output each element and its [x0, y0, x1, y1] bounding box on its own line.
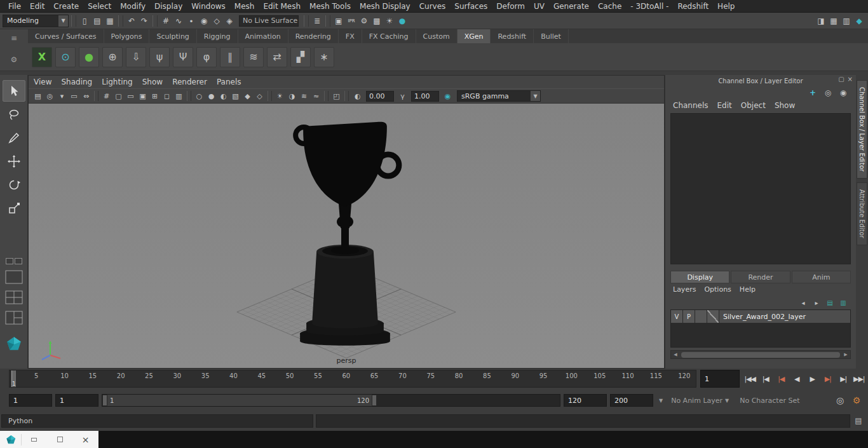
- xgen-groomable-preset-icon[interactable]: ∗: [314, 47, 334, 67]
- layer-editor-tab[interactable]: Display: [670, 271, 729, 283]
- menu-set-selector[interactable]: Modeling ▼: [3, 15, 69, 27]
- screen-space-ao-icon[interactable]: ≋: [298, 90, 310, 102]
- window-restore-icon[interactable]: [21, 431, 47, 448]
- layer-editor-menu-item[interactable]: Options: [704, 285, 731, 294]
- panel-menu-item[interactable]: Panels: [217, 77, 247, 87]
- menu-item[interactable]: - 3DtoAll -: [626, 1, 673, 12]
- menu-item[interactable]: Help: [713, 1, 739, 12]
- section-divider[interactable]: [118, 15, 123, 27]
- bookmarks-icon[interactable]: ▾: [56, 90, 68, 102]
- panel-menu-item[interactable]: View: [34, 77, 57, 87]
- exposure-icon[interactable]: ◐: [351, 90, 363, 102]
- playback-range-bar[interactable]: 1 120: [102, 395, 377, 406]
- shelf-tab[interactable]: Rendering: [288, 29, 339, 43]
- construction-history-icon[interactable]: ≣: [311, 15, 323, 27]
- layout-four-pane-button[interactable]: [4, 290, 24, 305]
- shelf-gear-icon[interactable]: ⚙: [8, 53, 20, 66]
- gamma-icon[interactable]: γ: [397, 90, 409, 102]
- xgen-description-editor-icon[interactable]: ⊙: [55, 47, 76, 67]
- channel-box-menu-item[interactable]: Object: [741, 101, 766, 110]
- command-language-toggle[interactable]: Python: [8, 417, 32, 425]
- move-tool-icon[interactable]: [3, 151, 25, 172]
- live-surface-field[interactable]: No Live Surface: [239, 15, 299, 27]
- menu-item[interactable]: Surfaces: [450, 1, 492, 12]
- sidebar-toggle-icon[interactable]: ◨: [815, 15, 827, 27]
- textured-icon[interactable]: ▧: [229, 90, 241, 102]
- view-transform-dropdown[interactable]: sRGB gamma ▼: [457, 90, 541, 102]
- menu-item[interactable]: Display: [150, 1, 187, 12]
- isolate-select-icon[interactable]: ◰: [330, 90, 342, 102]
- channel-box-menu-item[interactable]: Channels: [673, 101, 709, 110]
- shelf-tab[interactable]: FX Caching: [362, 29, 416, 43]
- command-line-result[interactable]: [316, 414, 850, 428]
- ipr-render-icon[interactable]: IPR: [345, 15, 358, 27]
- menu-item[interactable]: Edit Mesh: [259, 1, 305, 12]
- use-default-material-icon[interactable]: ◆: [241, 90, 254, 102]
- redo-icon[interactable]: ↷: [138, 15, 151, 27]
- snap-to-view-plane-icon[interactable]: ◇: [210, 15, 223, 27]
- menu-item[interactable]: Edit: [25, 1, 49, 12]
- film-gate-icon[interactable]: ▢: [112, 90, 125, 102]
- shelf-tab[interactable]: Rigging: [197, 29, 238, 43]
- create-empty-layer-icon[interactable]: ▤: [825, 297, 835, 308]
- xgen-add-guides-icon[interactable]: ⊕: [102, 47, 123, 67]
- shelf-tab[interactable]: Redshift: [491, 29, 534, 43]
- layout-shortcut-pair[interactable]: [6, 258, 22, 264]
- menu-item[interactable]: Mesh Tools: [305, 1, 355, 12]
- animation-start-field[interactable]: 1: [9, 394, 52, 407]
- show-manipulators-icon[interactable]: +: [808, 88, 818, 98]
- animation-end-field[interactable]: 200: [610, 394, 653, 407]
- shelf-tab[interactable]: Bullet: [534, 29, 569, 43]
- xgen-guide-utilities-icon[interactable]: φ: [196, 47, 217, 67]
- menu-item[interactable]: Curves: [415, 1, 451, 12]
- 2d-pan-zoom-icon[interactable]: ⇔: [80, 90, 92, 102]
- sidebar-vertical-tab[interactable]: Attribute Editor: [857, 182, 867, 245]
- render-settings-icon[interactable]: ⚙: [358, 15, 370, 27]
- divider[interactable]: [268, 91, 272, 101]
- layer-display-type-toggle[interactable]: [695, 310, 707, 323]
- exposure-field[interactable]: 0.00: [366, 91, 394, 102]
- layer-editor-menu-item[interactable]: Layers: [673, 285, 696, 294]
- divider[interactable]: [187, 91, 191, 101]
- shelf-tab[interactable]: Curves / Surfaces: [28, 29, 104, 43]
- scroll-left-icon[interactable]: ◀: [671, 352, 680, 357]
- playback-start-field[interactable]: 1: [55, 394, 98, 407]
- xgen-create-description-icon[interactable]: X: [32, 47, 52, 67]
- shelf-tab[interactable]: Custom: [416, 29, 458, 43]
- scale-tool-icon[interactable]: [3, 198, 25, 219]
- xgen-comb-guides-icon[interactable]: ψ: [149, 47, 170, 67]
- time-slider[interactable]: 5101520253035404550556065707580859095100…: [9, 370, 696, 388]
- layer-color-swatch[interactable]: [707, 310, 719, 323]
- close-panel-icon[interactable]: ×: [848, 76, 853, 83]
- menu-item[interactable]: Redshift: [673, 1, 713, 12]
- auto-keyframe-toggle-icon[interactable]: ◎: [834, 394, 846, 407]
- section-divider[interactable]: [153, 15, 158, 27]
- step-forward-key-button[interactable]: ▶|: [820, 370, 836, 388]
- use-all-lights-icon[interactable]: ☀: [274, 90, 286, 102]
- menu-item[interactable]: Mesh Display: [355, 1, 415, 12]
- layer-visibility-toggle[interactable]: V: [671, 310, 683, 323]
- range-end-handle[interactable]: [372, 395, 377, 406]
- maya-logo-icon[interactable]: [4, 336, 24, 351]
- layer-editor-menu-item[interactable]: Help: [740, 285, 756, 294]
- shelf-menu-icon[interactable]: ≡: [8, 32, 20, 44]
- safe-action-icon[interactable]: ◻: [161, 90, 173, 102]
- layer-editor-tab[interactable]: Anim: [792, 271, 851, 283]
- panel-menu-item[interactable]: Renderer: [172, 77, 213, 87]
- speed-fast-icon[interactable]: ◉: [838, 88, 848, 98]
- move-layer-down-icon[interactable]: ▸: [811, 297, 822, 308]
- menu-item[interactable]: Windows: [187, 1, 230, 12]
- divider[interactable]: [324, 91, 329, 101]
- menu-item[interactable]: Modify: [116, 1, 150, 12]
- undo-icon[interactable]: ↶: [125, 15, 138, 27]
- window-maximize-icon[interactable]: [47, 431, 73, 448]
- current-frame-field[interactable]: 1: [700, 370, 740, 388]
- section-divider[interactable]: [304, 15, 309, 27]
- go-to-start-button[interactable]: |◀◀: [742, 370, 758, 388]
- lasso-tool-icon[interactable]: [3, 104, 25, 125]
- menu-item[interactable]: Generate: [549, 1, 593, 12]
- layout-split-pane-button[interactable]: [4, 310, 24, 325]
- color-managed-icon[interactable]: ◉: [442, 90, 454, 102]
- speed-slow-icon[interactable]: ◎: [823, 88, 833, 98]
- viewport[interactable]: persp: [29, 104, 664, 368]
